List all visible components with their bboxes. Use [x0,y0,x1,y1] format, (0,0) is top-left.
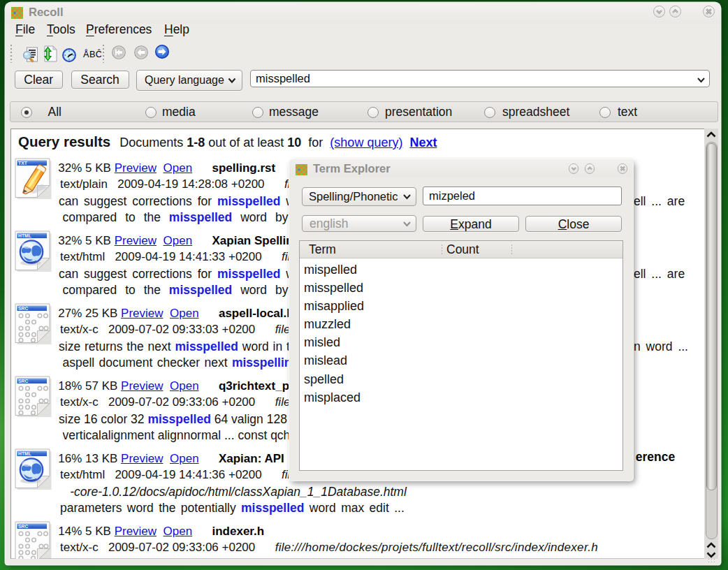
svg-text:ÅBĈ: ÅBĈ [83,49,101,59]
